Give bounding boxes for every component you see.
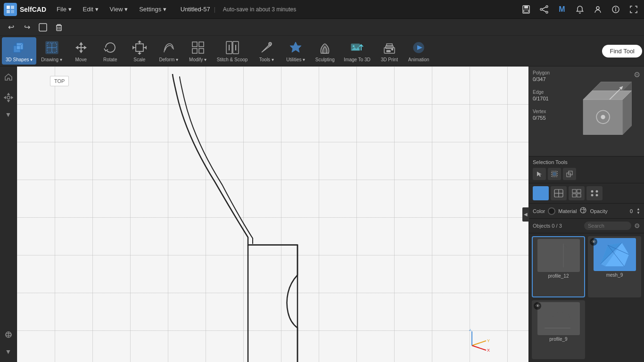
tool-animation[interactable]: Animation [405,37,433,65]
opacity-label: Opacity [590,208,607,214]
tool-sculpting[interactable]: Sculpting [311,37,339,65]
svg-point-8 [540,8,542,10]
object-thumb-profile-9 [537,302,580,335]
object-card-profile-9[interactable]: 👁 profile_9 [532,300,585,360]
edge-label: Edge [533,90,550,95]
tool-3d-print[interactable]: 3D Print [375,37,404,65]
edge-value: 0/1701 [533,96,550,101]
svg-marker-66 [8,93,9,95]
vertex-value: 0/755 [533,115,550,121]
file-title: Untitled-57 [181,6,210,13]
material-icon[interactable] [579,206,587,215]
svg-point-107 [596,190,598,193]
save-icon-btn[interactable] [520,3,533,16]
vertex-label: Vertex [533,109,550,114]
tool-image-to-3d-label: Image To 3D [344,57,371,62]
mesh-preview-area: Polygon 0/347 Edge 0/1701 Vertex 0/755 ⚙ [529,66,644,156]
tool-image-to-3d[interactable]: Image To 3D [340,37,374,65]
object-card-profile-12[interactable]: profile_12 [532,236,585,297]
svg-rect-16 [39,24,47,31]
user-icon-btn[interactable] [591,3,604,16]
fullscreen-icon-btn[interactable] [627,3,640,16]
opacity-down[interactable]: ▼ [636,211,640,215]
svg-text:X: X [487,348,490,353]
svg-point-110 [580,207,586,213]
objects-count: Objects 0 / 3 [533,223,581,229]
svg-point-109 [596,194,598,197]
tool-drawing[interactable]: Drawing ▾ [37,37,66,65]
svg-marker-93 [537,172,542,177]
svg-rect-95 [553,172,556,176]
objects-search-input[interactable] [584,222,631,230]
tool-modify[interactable]: Modify ▾ [184,37,212,65]
logo-icon[interactable] [4,3,17,16]
tool-deform[interactable]: Deform ▾ [155,37,183,65]
toggle-button[interactable] [36,21,50,34]
nav-menu-edit[interactable]: Edit ▾ [78,4,103,15]
sel-mode-solid[interactable] [533,186,549,200]
tool-modify-label: Modify ▾ [189,57,206,62]
logo-text: SelfCAD [20,6,46,13]
svg-rect-105 [577,194,581,197]
sel-tool-pointer[interactable] [533,168,546,180]
sel-mode-grid[interactable] [569,186,585,200]
undo-button[interactable]: ↩ [4,21,18,34]
viewport[interactable]: TOP Y X [17,66,528,362]
opacity-spinner[interactable]: ▲ ▼ [636,207,640,215]
svg-marker-69 [11,97,13,99]
sel-mode-dots[interactable] [586,186,603,200]
logo-area: SelfCAD [4,3,46,16]
down2-icon[interactable]: ▼ [2,345,15,358]
tool-scale[interactable]: Scale [125,37,154,65]
svg-marker-37 [139,41,140,42]
home-icon[interactable] [2,70,15,83]
sel-tool-cube[interactable] [563,168,576,180]
tool-scale-label: Scale [133,57,145,62]
tool-3d-shapes[interactable]: 3D Shapes ▾ [2,37,36,65]
color-picker[interactable] [548,207,555,215]
tool-rotate[interactable]: Rotate [96,37,124,65]
delete-button[interactable] [52,21,66,34]
redo-button[interactable]: ↪ [20,21,34,34]
object-card-mesh-9[interactable]: 👁 mesh_9 [588,236,641,297]
svg-rect-43 [192,49,197,53]
svg-point-52 [353,45,355,47]
axes-indicator: Y X Z [462,329,491,353]
object-eye-profile-9[interactable]: 👁 [534,302,541,310]
object-eye-mesh-9[interactable]: 👁 [590,238,597,246]
nav-menu-file[interactable]: File ▾ [52,4,76,15]
edge-stat: Edge 0/1701 [533,90,550,101]
sel-mode-wireframe[interactable] [551,186,567,200]
svg-line-26 [20,49,23,52]
left-sidebar: ▼ ▼ [0,66,17,362]
tool-move[interactable]: Move [67,37,95,65]
right-panel: ◀ Polygon 0/347 Edge 0/1701 Vertex 0/755 [528,66,644,362]
move-gizmo-icon[interactable] [2,91,15,104]
main-area: ▼ ▼ TOP [0,66,644,362]
selection-tool-buttons [533,168,640,180]
orbit-icon[interactable] [2,328,15,341]
bell-icon-btn[interactable] [573,3,586,16]
svg-marker-40 [145,47,146,49]
tool-tools[interactable]: Tools ▾ [252,37,281,65]
separator: | [214,6,215,13]
tool-utilities[interactable]: Utilities ▾ [281,37,310,65]
preview-settings-icon[interactable]: ⚙ [634,70,640,79]
nav-menu-settings[interactable]: Settings ▾ [134,4,171,15]
find-tool-button[interactable]: Find Tool [602,45,642,58]
svg-rect-41 [192,42,197,47]
info-icon-btn[interactable] [609,3,622,16]
objects-settings-icon[interactable]: ⚙ [634,222,640,230]
selection-tools-section: Selection Tools [529,156,644,183]
tool-deform-label: Deform ▾ [159,57,178,62]
svg-line-24 [14,43,17,46]
share-icon-btn[interactable] [537,3,551,16]
tool-stitch-scoop[interactable]: Stitch & Scoop [213,37,252,65]
sel-tool-box[interactable] [548,168,561,180]
opacity-value: 0 [630,208,633,214]
svg-rect-42 [199,42,204,47]
down-icon[interactable]: ▼ [2,108,15,121]
collapse-panel-button[interactable]: ◀ [522,207,529,222]
m-icon-btn[interactable]: M [555,3,569,16]
nav-menu-view[interactable]: View ▾ [105,4,133,15]
